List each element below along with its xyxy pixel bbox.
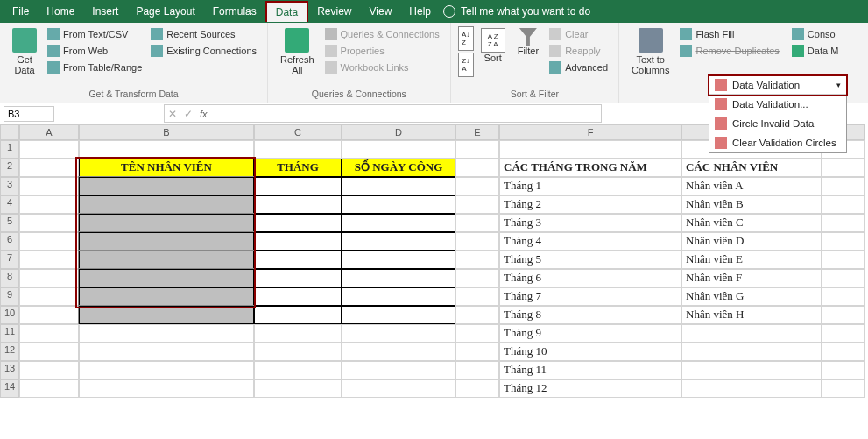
cell-G10[interactable]: Nhân viên H bbox=[681, 306, 822, 324]
cell-C12[interactable] bbox=[254, 343, 342, 361]
tab-data[interactable]: Data bbox=[265, 1, 308, 22]
name-box[interactable] bbox=[4, 106, 54, 122]
cell-E8[interactable] bbox=[455, 269, 499, 287]
row-header-3[interactable]: 3 bbox=[0, 177, 19, 195]
cell-A1[interactable] bbox=[19, 140, 79, 159]
cell-G7[interactable]: Nhân viên E bbox=[681, 251, 822, 269]
col-header-D[interactable]: D bbox=[342, 124, 455, 140]
cell-H8[interactable] bbox=[822, 269, 865, 287]
cell-H7[interactable] bbox=[822, 251, 865, 269]
sort-button[interactable]: A ZZ ASort bbox=[476, 26, 511, 65]
cell-F7[interactable]: Tháng 5 bbox=[499, 251, 681, 269]
cell-D8[interactable] bbox=[342, 269, 455, 287]
cell-B9[interactable] bbox=[79, 287, 254, 306]
cell-B6[interactable] bbox=[79, 232, 254, 251]
col-header-F[interactable]: F bbox=[499, 124, 681, 140]
cell-C8[interactable] bbox=[254, 269, 342, 287]
cell-G14[interactable] bbox=[681, 379, 822, 398]
cell-D9[interactable] bbox=[342, 287, 455, 306]
row-header-4[interactable]: 4 bbox=[0, 195, 19, 214]
cell-B14[interactable] bbox=[79, 379, 254, 398]
cell-A4[interactable] bbox=[19, 195, 79, 214]
advanced-filter[interactable]: Advanced bbox=[546, 60, 611, 75]
cell-E14[interactable] bbox=[455, 379, 499, 398]
flash-fill[interactable]: Flash Fill bbox=[676, 26, 782, 42]
cell-D4[interactable] bbox=[342, 195, 455, 214]
cell-D6[interactable] bbox=[342, 232, 455, 251]
cell-E7[interactable] bbox=[455, 251, 499, 269]
cell-F5[interactable]: Tháng 3 bbox=[499, 214, 681, 232]
cell-H12[interactable] bbox=[822, 343, 865, 361]
cell-E1[interactable] bbox=[455, 140, 499, 159]
cell-F13[interactable]: Tháng 11 bbox=[499, 361, 681, 379]
cell-F2[interactable]: CÁC THÁNG TRONG NĂM bbox=[499, 159, 681, 177]
cell-B1[interactable] bbox=[79, 140, 254, 159]
tab-home[interactable]: Home bbox=[38, 2, 83, 21]
cell-B13[interactable] bbox=[79, 361, 254, 379]
row-header-14[interactable]: 14 bbox=[0, 379, 19, 398]
cell-G13[interactable] bbox=[681, 361, 822, 379]
filter-button[interactable]: Filter bbox=[512, 26, 544, 58]
cell-B10[interactable] bbox=[79, 306, 254, 324]
formula-input[interactable] bbox=[215, 107, 597, 120]
cell-C11[interactable] bbox=[254, 324, 342, 343]
spreadsheet-grid[interactable]: ABCDEFGH12TÊN NHÂN VIÊNTHÁNGSỐ NGÀY CÔNG… bbox=[0, 124, 868, 398]
row-header-11[interactable]: 11 bbox=[0, 324, 19, 343]
cell-F1[interactable] bbox=[499, 140, 681, 159]
cell-F11[interactable]: Tháng 9 bbox=[499, 324, 681, 343]
check-icon[interactable]: ✓ bbox=[184, 108, 193, 120]
cell-E10[interactable] bbox=[455, 306, 499, 324]
cell-B12[interactable] bbox=[79, 343, 254, 361]
cell-F9[interactable]: Tháng 7 bbox=[499, 287, 681, 306]
cell-A14[interactable] bbox=[19, 379, 79, 398]
cell-G6[interactable]: Nhân viên D bbox=[681, 232, 822, 251]
from-text-csv[interactable]: From Text/CSV bbox=[44, 26, 145, 42]
cell-C3[interactable] bbox=[254, 177, 342, 195]
cell-C2[interactable]: THÁNG bbox=[254, 159, 342, 177]
refresh-all-button[interactable]: Refresh All bbox=[275, 26, 320, 77]
cell-C14[interactable] bbox=[254, 379, 342, 398]
cell-F6[interactable]: Tháng 4 bbox=[499, 232, 681, 251]
cell-B2[interactable]: TÊN NHÂN VIÊN bbox=[79, 159, 254, 177]
row-header-5[interactable]: 5 bbox=[0, 214, 19, 232]
cell-E6[interactable] bbox=[455, 232, 499, 251]
cell-D14[interactable] bbox=[342, 379, 455, 398]
text-to-columns[interactable]: Text to Columns bbox=[626, 26, 674, 77]
cell-B5[interactable] bbox=[79, 214, 254, 232]
cell-F3[interactable]: Tháng 1 bbox=[499, 177, 681, 195]
row-header-7[interactable]: 7 bbox=[0, 251, 19, 269]
row-header-2[interactable]: 2 bbox=[0, 159, 19, 177]
row-header-12[interactable]: 12 bbox=[0, 343, 19, 361]
cell-H14[interactable] bbox=[822, 379, 865, 398]
cell-G3[interactable]: Nhân viên A bbox=[681, 177, 822, 195]
cell-A12[interactable] bbox=[19, 343, 79, 361]
cell-F14[interactable]: Tháng 12 bbox=[499, 379, 681, 398]
cell-H2[interactable] bbox=[822, 159, 865, 177]
cell-C1[interactable] bbox=[254, 140, 342, 159]
dv-menu-clear[interactable]: Clear Validation Circles bbox=[709, 133, 846, 152]
cell-A10[interactable] bbox=[19, 306, 79, 324]
cell-B4[interactable] bbox=[79, 195, 254, 214]
from-web[interactable]: From Web bbox=[44, 43, 145, 59]
cell-H11[interactable] bbox=[822, 324, 865, 343]
cell-A3[interactable] bbox=[19, 177, 79, 195]
cell-G2[interactable]: CÁC NHÂN VIÊN bbox=[681, 159, 822, 177]
remove-duplicates[interactable]: Remove Duplicates bbox=[676, 43, 782, 59]
cell-C10[interactable] bbox=[254, 306, 342, 324]
row-header-10[interactable]: 10 bbox=[0, 306, 19, 324]
cell-E9[interactable] bbox=[455, 287, 499, 306]
cell-A9[interactable] bbox=[19, 287, 79, 306]
cell-G12[interactable] bbox=[681, 343, 822, 361]
cell-C6[interactable] bbox=[254, 232, 342, 251]
tab-formulas[interactable]: Formulas bbox=[204, 2, 265, 21]
row-header-9[interactable]: 9 bbox=[0, 287, 19, 306]
cell-G11[interactable] bbox=[681, 324, 822, 343]
tab-pagelayout[interactable]: Page Layout bbox=[127, 2, 203, 21]
cell-D2[interactable]: SỐ NGÀY CÔNG bbox=[342, 159, 455, 177]
cancel-icon[interactable]: ✕ bbox=[168, 108, 177, 120]
cell-H5[interactable] bbox=[822, 214, 865, 232]
tab-review[interactable]: Review bbox=[308, 2, 360, 21]
cell-E11[interactable] bbox=[455, 324, 499, 343]
tab-file[interactable]: File bbox=[4, 2, 38, 21]
get-data-button[interactable]: Get Data bbox=[7, 26, 42, 77]
